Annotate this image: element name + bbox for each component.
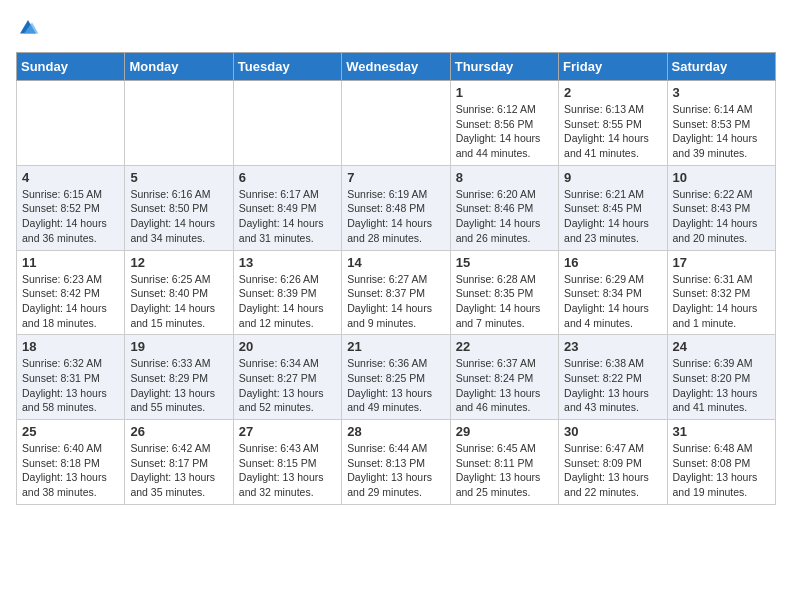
day-info: Sunrise: 6:12 AM Sunset: 8:56 PM Dayligh… [456, 102, 553, 161]
day-number: 1 [456, 85, 553, 100]
col-header-sunday: Sunday [17, 53, 125, 81]
calendar-cell: 22Sunrise: 6:37 AM Sunset: 8:24 PM Dayli… [450, 335, 558, 420]
logo [16, 16, 44, 40]
calendar-cell: 20Sunrise: 6:34 AM Sunset: 8:27 PM Dayli… [233, 335, 341, 420]
day-number: 18 [22, 339, 119, 354]
calendar-cell: 21Sunrise: 6:36 AM Sunset: 8:25 PM Dayli… [342, 335, 450, 420]
day-number: 28 [347, 424, 444, 439]
day-number: 6 [239, 170, 336, 185]
col-header-saturday: Saturday [667, 53, 775, 81]
day-number: 30 [564, 424, 661, 439]
day-number: 9 [564, 170, 661, 185]
day-info: Sunrise: 6:39 AM Sunset: 8:20 PM Dayligh… [673, 356, 770, 415]
calendar-cell: 27Sunrise: 6:43 AM Sunset: 8:15 PM Dayli… [233, 420, 341, 505]
day-info: Sunrise: 6:43 AM Sunset: 8:15 PM Dayligh… [239, 441, 336, 500]
day-info: Sunrise: 6:16 AM Sunset: 8:50 PM Dayligh… [130, 187, 227, 246]
day-number: 31 [673, 424, 770, 439]
day-number: 13 [239, 255, 336, 270]
day-info: Sunrise: 6:42 AM Sunset: 8:17 PM Dayligh… [130, 441, 227, 500]
calendar-cell: 5Sunrise: 6:16 AM Sunset: 8:50 PM Daylig… [125, 165, 233, 250]
calendar-cell: 17Sunrise: 6:31 AM Sunset: 8:32 PM Dayli… [667, 250, 775, 335]
calendar-cell: 1Sunrise: 6:12 AM Sunset: 8:56 PM Daylig… [450, 81, 558, 166]
day-number: 26 [130, 424, 227, 439]
page-header [16, 16, 776, 40]
day-info: Sunrise: 6:40 AM Sunset: 8:18 PM Dayligh… [22, 441, 119, 500]
day-number: 4 [22, 170, 119, 185]
calendar-week-row: 25Sunrise: 6:40 AM Sunset: 8:18 PM Dayli… [17, 420, 776, 505]
day-number: 3 [673, 85, 770, 100]
day-number: 21 [347, 339, 444, 354]
calendar-cell: 4Sunrise: 6:15 AM Sunset: 8:52 PM Daylig… [17, 165, 125, 250]
calendar-cell: 13Sunrise: 6:26 AM Sunset: 8:39 PM Dayli… [233, 250, 341, 335]
day-info: Sunrise: 6:23 AM Sunset: 8:42 PM Dayligh… [22, 272, 119, 331]
day-number: 29 [456, 424, 553, 439]
day-info: Sunrise: 6:45 AM Sunset: 8:11 PM Dayligh… [456, 441, 553, 500]
day-info: Sunrise: 6:36 AM Sunset: 8:25 PM Dayligh… [347, 356, 444, 415]
calendar-cell: 7Sunrise: 6:19 AM Sunset: 8:48 PM Daylig… [342, 165, 450, 250]
day-number: 7 [347, 170, 444, 185]
day-info: Sunrise: 6:32 AM Sunset: 8:31 PM Dayligh… [22, 356, 119, 415]
calendar-cell: 29Sunrise: 6:45 AM Sunset: 8:11 PM Dayli… [450, 420, 558, 505]
calendar-week-row: 18Sunrise: 6:32 AM Sunset: 8:31 PM Dayli… [17, 335, 776, 420]
day-info: Sunrise: 6:38 AM Sunset: 8:22 PM Dayligh… [564, 356, 661, 415]
logo-icon [16, 16, 40, 40]
day-info: Sunrise: 6:27 AM Sunset: 8:37 PM Dayligh… [347, 272, 444, 331]
calendar-cell [17, 81, 125, 166]
day-number: 8 [456, 170, 553, 185]
calendar-cell: 15Sunrise: 6:28 AM Sunset: 8:35 PM Dayli… [450, 250, 558, 335]
calendar-cell: 25Sunrise: 6:40 AM Sunset: 8:18 PM Dayli… [17, 420, 125, 505]
day-info: Sunrise: 6:15 AM Sunset: 8:52 PM Dayligh… [22, 187, 119, 246]
calendar-cell: 16Sunrise: 6:29 AM Sunset: 8:34 PM Dayli… [559, 250, 667, 335]
day-info: Sunrise: 6:47 AM Sunset: 8:09 PM Dayligh… [564, 441, 661, 500]
col-header-wednesday: Wednesday [342, 53, 450, 81]
calendar-cell: 9Sunrise: 6:21 AM Sunset: 8:45 PM Daylig… [559, 165, 667, 250]
col-header-tuesday: Tuesday [233, 53, 341, 81]
col-header-thursday: Thursday [450, 53, 558, 81]
day-info: Sunrise: 6:26 AM Sunset: 8:39 PM Dayligh… [239, 272, 336, 331]
day-info: Sunrise: 6:31 AM Sunset: 8:32 PM Dayligh… [673, 272, 770, 331]
day-number: 14 [347, 255, 444, 270]
day-info: Sunrise: 6:17 AM Sunset: 8:49 PM Dayligh… [239, 187, 336, 246]
day-info: Sunrise: 6:13 AM Sunset: 8:55 PM Dayligh… [564, 102, 661, 161]
day-info: Sunrise: 6:44 AM Sunset: 8:13 PM Dayligh… [347, 441, 444, 500]
day-info: Sunrise: 6:37 AM Sunset: 8:24 PM Dayligh… [456, 356, 553, 415]
calendar-cell: 8Sunrise: 6:20 AM Sunset: 8:46 PM Daylig… [450, 165, 558, 250]
day-info: Sunrise: 6:21 AM Sunset: 8:45 PM Dayligh… [564, 187, 661, 246]
calendar-cell: 28Sunrise: 6:44 AM Sunset: 8:13 PM Dayli… [342, 420, 450, 505]
day-info: Sunrise: 6:22 AM Sunset: 8:43 PM Dayligh… [673, 187, 770, 246]
day-info: Sunrise: 6:20 AM Sunset: 8:46 PM Dayligh… [456, 187, 553, 246]
day-number: 10 [673, 170, 770, 185]
calendar-cell: 23Sunrise: 6:38 AM Sunset: 8:22 PM Dayli… [559, 335, 667, 420]
day-number: 25 [22, 424, 119, 439]
day-number: 19 [130, 339, 227, 354]
day-number: 23 [564, 339, 661, 354]
calendar-week-row: 1Sunrise: 6:12 AM Sunset: 8:56 PM Daylig… [17, 81, 776, 166]
day-number: 11 [22, 255, 119, 270]
calendar-cell: 11Sunrise: 6:23 AM Sunset: 8:42 PM Dayli… [17, 250, 125, 335]
calendar-cell: 3Sunrise: 6:14 AM Sunset: 8:53 PM Daylig… [667, 81, 775, 166]
day-number: 24 [673, 339, 770, 354]
calendar-cell [233, 81, 341, 166]
calendar-cell: 19Sunrise: 6:33 AM Sunset: 8:29 PM Dayli… [125, 335, 233, 420]
day-number: 27 [239, 424, 336, 439]
calendar-cell: 18Sunrise: 6:32 AM Sunset: 8:31 PM Dayli… [17, 335, 125, 420]
day-info: Sunrise: 6:48 AM Sunset: 8:08 PM Dayligh… [673, 441, 770, 500]
calendar-cell [125, 81, 233, 166]
calendar-cell: 24Sunrise: 6:39 AM Sunset: 8:20 PM Dayli… [667, 335, 775, 420]
calendar-cell: 10Sunrise: 6:22 AM Sunset: 8:43 PM Dayli… [667, 165, 775, 250]
day-number: 12 [130, 255, 227, 270]
calendar-cell: 12Sunrise: 6:25 AM Sunset: 8:40 PM Dayli… [125, 250, 233, 335]
day-number: 16 [564, 255, 661, 270]
calendar-cell [342, 81, 450, 166]
day-info: Sunrise: 6:34 AM Sunset: 8:27 PM Dayligh… [239, 356, 336, 415]
day-number: 2 [564, 85, 661, 100]
day-number: 15 [456, 255, 553, 270]
calendar-week-row: 4Sunrise: 6:15 AM Sunset: 8:52 PM Daylig… [17, 165, 776, 250]
day-info: Sunrise: 6:25 AM Sunset: 8:40 PM Dayligh… [130, 272, 227, 331]
day-info: Sunrise: 6:14 AM Sunset: 8:53 PM Dayligh… [673, 102, 770, 161]
calendar-cell: 14Sunrise: 6:27 AM Sunset: 8:37 PM Dayli… [342, 250, 450, 335]
calendar-table: SundayMondayTuesdayWednesdayThursdayFrid… [16, 52, 776, 505]
day-number: 22 [456, 339, 553, 354]
col-header-friday: Friday [559, 53, 667, 81]
day-info: Sunrise: 6:33 AM Sunset: 8:29 PM Dayligh… [130, 356, 227, 415]
